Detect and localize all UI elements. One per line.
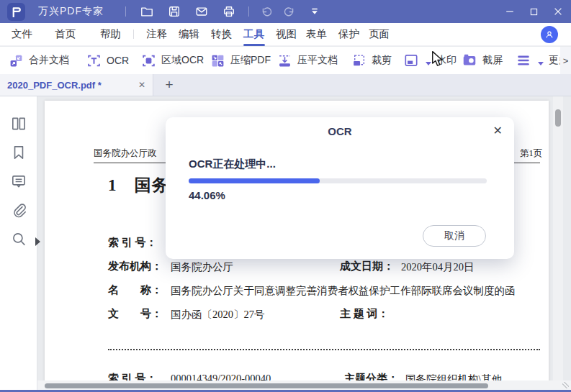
page-header-right: 第1页 <box>520 147 542 160</box>
dialog-title: OCR <box>166 125 514 137</box>
tools-toolbar: 合并文档 OCR 区域OCR 压缩PDF <box>0 47 571 74</box>
bookmarks-icon[interactable] <box>10 144 27 161</box>
menu-file[interactable]: 文件 <box>12 23 32 46</box>
compress-icon <box>210 53 225 68</box>
menu-edit[interactable]: 编辑 <box>179 23 199 46</box>
field-docnum-label: 文 号： <box>108 307 162 321</box>
field-docnum-value: 国办函〔2020〕27号 <box>171 308 265 322</box>
field-name-value: 国务院办公厅关于同意调整完善消费者权益保护工作部际联席会议制度的函 <box>171 284 516 298</box>
save-icon[interactable] <box>168 5 181 18</box>
mouse-cursor <box>431 51 445 70</box>
resize-grip[interactable] <box>562 382 569 388</box>
dialog-close-icon[interactable]: ✕ <box>493 124 503 137</box>
ocr-dialog: OCR ✕ OCR正在处理中... 44.06% 取消 <box>166 117 514 259</box>
ocr-icon <box>86 53 102 68</box>
attachments-icon[interactable] <box>10 201 27 219</box>
field-publisher-label: 发布机构： <box>108 260 162 273</box>
search-icon[interactable] <box>10 230 27 247</box>
merge-icon <box>9 53 24 68</box>
flatten-pdf-button[interactable]: 压平文档 <box>277 47 338 74</box>
redo-icon[interactable] <box>283 6 295 18</box>
menu-page[interactable]: 页面 <box>369 23 390 46</box>
ocr-progress-fill <box>189 178 320 183</box>
active-menu-underline <box>243 44 265 46</box>
ocr-progress-percent: 44.06% <box>189 189 225 201</box>
thumbnails-icon[interactable] <box>10 115 27 132</box>
toolbar-overflow-button[interactable]: > <box>560 47 571 74</box>
tab-title: 2020_PDF_OCR.pdf * <box>7 80 102 91</box>
menu-comment[interactable]: 注释 <box>146 23 167 46</box>
field-publisher-value: 国务院办公厅 <box>171 260 233 274</box>
menu-tools[interactable]: 工具 <box>243 23 264 46</box>
print-icon[interactable] <box>222 5 235 18</box>
email-icon[interactable] <box>195 5 208 18</box>
ocr-status-text: OCR正在处理中... <box>189 158 276 171</box>
comments-icon[interactable] <box>10 173 27 190</box>
tabbar: 2020_PDF_OCR.pdf * ✕ + <box>0 74 571 96</box>
undo-icon[interactable] <box>261 6 273 18</box>
menu-form[interactable]: 表单 <box>306 23 327 46</box>
ocr-button[interactable]: OCR <box>86 47 129 74</box>
page-header-left: 国务院办公厅政 <box>94 147 157 160</box>
account-avatar[interactable] <box>541 26 558 43</box>
screenshot-button[interactable]: 截屏 <box>462 47 503 74</box>
field-keywords-label: 主 题 词： <box>340 307 389 321</box>
cancel-button[interactable]: 取消 <box>423 225 486 247</box>
compress-pdf-button[interactable]: 压缩PDF <box>210 47 271 74</box>
menu-divider <box>133 29 134 39</box>
close-button[interactable] <box>552 6 564 17</box>
area-ocr-button[interactable]: 区域OCR <box>141 47 204 74</box>
app-window: 万兴PDF专家 <box>0 0 571 392</box>
field-date-value: 2020年04月20日 <box>401 260 475 274</box>
titlebar: 万兴PDF专家 <box>0 0 571 23</box>
horizontal-scrollbar-thumb[interactable] <box>45 383 488 388</box>
watermark-button[interactable]: 水印 <box>403 47 457 74</box>
app-title: 万兴PDF专家 <box>38 5 104 18</box>
titlebar-divider <box>248 6 249 17</box>
menu-protect[interactable]: 保护 <box>338 23 359 46</box>
left-sidebar <box>0 96 37 392</box>
flatten-icon <box>277 53 292 68</box>
screenshot-icon <box>462 53 477 68</box>
overflow-chevron-icon: > <box>563 55 569 66</box>
menu-help[interactable]: 帮助 <box>100 23 121 46</box>
tab-close-icon[interactable]: ✕ <box>138 80 145 90</box>
minimize-button[interactable] <box>504 6 516 17</box>
menu-convert[interactable]: 转换 <box>211 23 232 46</box>
menu-view[interactable]: 视图 <box>276 23 297 46</box>
menubar: 文件 首页 帮助 注释 编辑 转换 工具 视图 表单 保护 页面 <box>0 23 571 46</box>
watermark-dropdown-caret[interactable] <box>426 62 431 65</box>
open-file-icon[interactable] <box>140 5 153 18</box>
ocr-progress-bar <box>189 178 487 183</box>
hamburger-icon <box>516 53 531 68</box>
watermark-icon <box>403 53 419 68</box>
vertical-scrollbar[interactable] <box>553 96 563 380</box>
merge-files-button[interactable]: 合并文档 <box>9 47 69 74</box>
menu-home[interactable]: 首页 <box>55 23 76 46</box>
titlebar-divider <box>125 6 126 17</box>
field-index-label: 索 引 号： <box>108 236 157 250</box>
more-dropdown-caret[interactable] <box>538 62 544 65</box>
document-tab[interactable]: 2020_PDF_OCR.pdf * ✕ <box>0 74 153 96</box>
area-ocr-icon <box>141 53 156 68</box>
field-name-label: 名 称： <box>108 283 162 297</box>
horizontal-scrollbar[interactable] <box>37 380 571 391</box>
dotted-separator <box>108 349 540 350</box>
app-logo-icon <box>7 3 25 21</box>
sidebar-expand-handle[interactable] <box>35 237 40 246</box>
customize-toolbar-icon[interactable] <box>310 6 320 17</box>
crop-icon <box>351 53 367 68</box>
new-tab-button[interactable]: + <box>160 74 179 96</box>
maximize-button[interactable] <box>529 6 539 17</box>
crop-button[interactable]: 裁剪 <box>351 47 392 74</box>
field-date-label: 成文日期： <box>340 260 394 273</box>
vertical-scrollbar-thumb[interactable] <box>555 109 561 127</box>
